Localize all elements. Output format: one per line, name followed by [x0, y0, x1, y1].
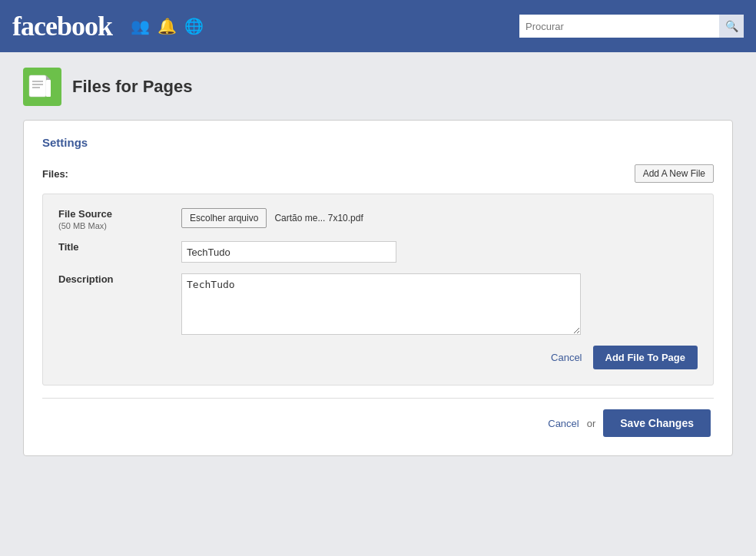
files-row: Files: Add A New File: [42, 164, 714, 183]
title-row: Title: [58, 241, 698, 263]
app-title: Files for Pages: [72, 77, 193, 97]
file-name-text: Cartão me... 7x10.pdf: [274, 213, 363, 223]
cancel-button[interactable]: Cancel: [551, 352, 582, 363]
description-label: Description: [58, 273, 166, 285]
description-row: Description: [58, 273, 698, 335]
facebook-logo: facebook: [12, 10, 112, 42]
header-icons: 👥 🔔 🌐: [131, 17, 204, 35]
description-control: [181, 273, 698, 335]
globe-icon[interactable]: 🌐: [184, 17, 204, 35]
search-input[interactable]: [519, 15, 719, 38]
add-new-file-button[interactable]: Add A New File: [635, 164, 714, 183]
add-file-to-page-button[interactable]: Add File To Page: [593, 346, 698, 369]
form-actions: Cancel Add File To Page: [58, 346, 698, 369]
notifications-icon[interactable]: 🔔: [158, 17, 177, 35]
app-icon: [23, 68, 61, 106]
bottom-or-text: or: [587, 418, 596, 429]
description-textarea[interactable]: [181, 273, 581, 335]
files-label: Files:: [42, 168, 68, 180]
app-header: Files for Pages: [23, 68, 733, 106]
bottom-actions: Cancel or Save Changes: [42, 409, 714, 437]
file-source-control: Escolher arquivo Cartão me... 7x10.pdf: [181, 208, 698, 228]
title-control: [181, 241, 698, 263]
description-label-col: Description: [58, 273, 166, 285]
people-icon[interactable]: 👥: [131, 17, 150, 35]
save-changes-button[interactable]: Save Changes: [603, 409, 711, 437]
file-form: File Source (50 MB Max) Escolher arquivo…: [42, 194, 714, 386]
title-label: Title: [58, 241, 166, 253]
file-source-label: File Source: [58, 208, 166, 220]
svg-rect-1: [29, 75, 46, 97]
svg-rect-4: [46, 80, 51, 97]
header: facebook 👥 🔔 🌐 🔍: [0, 0, 756, 52]
bottom-cancel-button[interactable]: Cancel: [548, 418, 579, 429]
choose-file-button[interactable]: Escolher arquivo: [181, 208, 267, 228]
app-icon-svg: [23, 68, 61, 106]
page-content: Files for Pages Settings Files: Add A Ne…: [0, 52, 756, 472]
search-button[interactable]: 🔍: [719, 15, 744, 38]
file-source-row: File Source (50 MB Max) Escolher arquivo…: [58, 208, 698, 230]
title-input[interactable]: [181, 241, 396, 263]
search-bar: 🔍: [519, 15, 744, 38]
bottom-divider: [42, 398, 714, 399]
settings-title: Settings: [42, 136, 714, 149]
title-label-col: Title: [58, 241, 166, 253]
file-source-sublabel: (50 MB Max): [58, 221, 166, 230]
settings-box: Settings Files: Add A New File File Sour…: [23, 120, 733, 456]
file-source-label-col: File Source (50 MB Max): [58, 208, 166, 230]
